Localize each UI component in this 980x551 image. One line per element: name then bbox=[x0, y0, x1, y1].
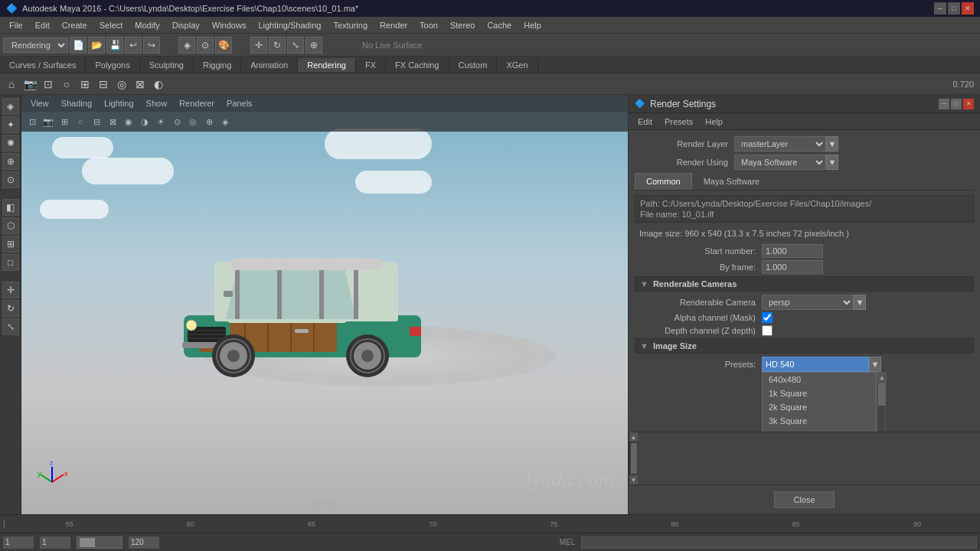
alpha-checkbox[interactable] bbox=[762, 312, 773, 323]
vp-menu-view[interactable]: View bbox=[24, 97, 55, 109]
menu-display[interactable]: Display bbox=[166, 19, 206, 31]
vp-dolly-btn[interactable]: ⊞ bbox=[57, 114, 72, 129]
menu-render[interactable]: Render bbox=[374, 19, 413, 31]
transform-btn[interactable]: ⊕ bbox=[305, 37, 322, 54]
frame-all-btn[interactable]: ⊞ bbox=[77, 76, 93, 93]
mel-input[interactable] bbox=[581, 536, 977, 549]
vp-wireframe-btn[interactable]: ⊠ bbox=[105, 114, 120, 129]
paint-btn[interactable]: 🎨 bbox=[215, 37, 232, 54]
frame-current-input[interactable] bbox=[40, 536, 70, 549]
menu-create[interactable]: Create bbox=[56, 19, 93, 31]
snap-surf-btn[interactable]: ◐ bbox=[150, 76, 167, 93]
menu-help[interactable]: Help bbox=[518, 19, 547, 31]
frame-end-input[interactable] bbox=[129, 536, 159, 549]
start-number-input[interactable] bbox=[762, 244, 823, 258]
menu-texturing[interactable]: Texturing bbox=[327, 19, 374, 31]
vp-orbit-btn[interactable]: ○ bbox=[73, 114, 88, 129]
pivot-icon[interactable]: ⊙ bbox=[2, 171, 19, 188]
orbit-btn[interactable]: ○ bbox=[58, 76, 75, 93]
vscroll-down[interactable]: ▼ bbox=[629, 475, 638, 484]
vp-isolate-btn[interactable]: ◈ bbox=[217, 114, 233, 129]
sculpt-icon[interactable]: ✺ bbox=[2, 135, 19, 152]
rs-close-btn-title[interactable]: ✕ bbox=[963, 99, 974, 109]
open-btn[interactable]: 📂 bbox=[88, 37, 105, 54]
menu-windows[interactable]: Windows bbox=[206, 19, 253, 31]
tab-polygons[interactable]: Polygons bbox=[86, 58, 139, 72]
frame-start-input[interactable] bbox=[3, 536, 34, 549]
depth-checkbox[interactable] bbox=[762, 325, 773, 336]
vscroll-thumb[interactable] bbox=[631, 443, 637, 474]
image-size-section[interactable]: ▼ Image Size bbox=[635, 338, 974, 354]
rs-menu-help[interactable]: Help bbox=[699, 116, 729, 128]
face-icon[interactable]: □ bbox=[2, 254, 19, 271]
edge-icon[interactable]: ⊞ bbox=[2, 236, 19, 253]
viewport[interactable]: View Shading Lighting Show Renderer Pane… bbox=[21, 95, 628, 514]
vp-smooth-btn[interactable]: ◉ bbox=[121, 114, 136, 129]
new-scene-btn[interactable]: 📄 bbox=[70, 37, 87, 54]
vp-menu-show[interactable]: Show bbox=[140, 97, 174, 109]
menu-lighting-shading[interactable]: Lighting/Shading bbox=[252, 19, 327, 31]
close-button[interactable]: ✕ bbox=[962, 2, 974, 15]
component-icon[interactable]: ◧ bbox=[2, 199, 19, 216]
tab-sculpting[interactable]: Sculpting bbox=[140, 58, 194, 72]
tab-common[interactable]: Common bbox=[635, 173, 692, 190]
redo-btn[interactable]: ↪ bbox=[143, 37, 160, 54]
render-layer-arrow[interactable]: ▼ bbox=[826, 136, 838, 152]
camera-btn[interactable]: 📷 bbox=[21, 76, 38, 93]
frame-slider[interactable] bbox=[77, 536, 122, 549]
frame-slider-thumb[interactable] bbox=[80, 538, 95, 547]
vp-frame-btn[interactable]: ⊟ bbox=[89, 114, 104, 129]
tab-rigging[interactable]: Rigging bbox=[194, 58, 241, 72]
rs-close-button[interactable]: Close bbox=[774, 491, 834, 508]
maximize-button[interactable]: □ bbox=[948, 2, 960, 15]
rs-maximize-btn[interactable]: □ bbox=[951, 99, 962, 109]
paint-icon[interactable]: ✦ bbox=[2, 116, 19, 133]
move-btn[interactable]: ✛ bbox=[250, 37, 267, 54]
lasso-tool-btn[interactable]: ⊙ bbox=[197, 37, 214, 54]
scroll-thumb[interactable] bbox=[878, 383, 886, 406]
tab-curves-surfaces[interactable]: Curves / Surfaces bbox=[0, 58, 86, 72]
vp-menu-renderer[interactable]: Renderer bbox=[173, 97, 220, 109]
tab-fx[interactable]: FX bbox=[356, 58, 386, 72]
scale-icon[interactable]: ⤡ bbox=[2, 318, 19, 335]
vscroll-up[interactable]: ▲ bbox=[629, 432, 638, 442]
option-640x480[interactable]: 640x480 bbox=[763, 373, 876, 386]
vertex-icon[interactable]: ⬡ bbox=[2, 217, 19, 234]
render-layer-select[interactable]: masterLayer bbox=[734, 136, 826, 152]
vp-camera-btn[interactable]: 📷 bbox=[41, 114, 56, 129]
rs-menu-presets[interactable]: Presets bbox=[658, 116, 699, 128]
camera-arrow[interactable]: ▼ bbox=[854, 295, 866, 310]
tab-custom[interactable]: Custom bbox=[449, 58, 498, 72]
render-using-select[interactable]: Maya Software bbox=[734, 155, 826, 170]
scale-btn[interactable]: ⤡ bbox=[287, 37, 304, 54]
presets-selected[interactable]: HD 540 bbox=[762, 357, 869, 372]
menu-toon[interactable]: Toon bbox=[413, 19, 444, 31]
vp-hud-btn[interactable]: ⊕ bbox=[201, 114, 217, 129]
undo-btn[interactable]: ↩ bbox=[125, 37, 142, 54]
rs-minimize-btn[interactable]: ─ bbox=[939, 99, 949, 109]
vp-texture-btn[interactable]: ◑ bbox=[137, 114, 152, 129]
snap-curve-btn[interactable]: ⊠ bbox=[132, 76, 149, 93]
save-btn[interactable]: 💾 bbox=[106, 37, 123, 54]
snap-point-btn[interactable]: ◎ bbox=[113, 76, 130, 93]
rotate-btn[interactable]: ↻ bbox=[269, 37, 286, 54]
tab-animation[interactable]: Animation bbox=[241, 58, 298, 72]
vp-menu-lighting[interactable]: Lighting bbox=[98, 97, 140, 109]
option-4k-square[interactable]: 4k Square bbox=[763, 428, 876, 432]
menu-edit[interactable]: Edit bbox=[29, 19, 56, 31]
menu-stereo[interactable]: Stereo bbox=[444, 19, 481, 31]
scroll-up[interactable]: ▲ bbox=[877, 373, 887, 382]
vp-xray-btn[interactable]: ◎ bbox=[185, 114, 201, 129]
vp-light-btn[interactable]: ☀ bbox=[153, 114, 168, 129]
rs-menu-edit[interactable]: Edit bbox=[632, 116, 658, 128]
transform-tool-icon[interactable]: ⊕ bbox=[2, 153, 19, 170]
snap-grid-btn[interactable]: ⊟ bbox=[95, 76, 112, 93]
by-frame-input[interactable] bbox=[762, 260, 823, 274]
tab-xgen[interactable]: XGen bbox=[497, 58, 537, 72]
minimize-button[interactable]: ─ bbox=[934, 2, 946, 15]
vp-menu-panels[interactable]: Panels bbox=[220, 97, 259, 109]
home-btn[interactable]: ⌂ bbox=[3, 76, 20, 93]
rotate-icon[interactable]: ↻ bbox=[2, 300, 19, 317]
presets-arrow[interactable]: ▼ bbox=[869, 357, 881, 372]
tab-maya-software[interactable]: Maya Software bbox=[692, 173, 771, 190]
